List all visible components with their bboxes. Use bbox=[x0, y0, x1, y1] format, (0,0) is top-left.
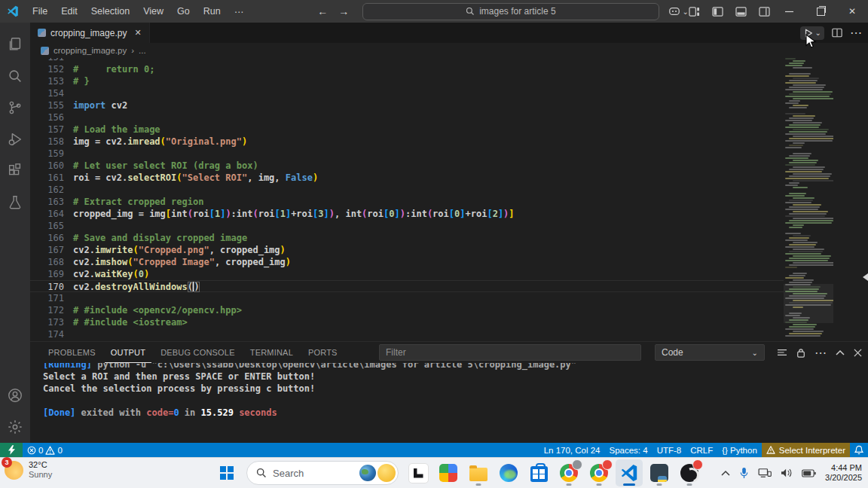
search-highlight-icon[interactable] bbox=[377, 464, 396, 482]
code-line[interactable]: 156 bbox=[30, 111, 784, 124]
line-number[interactable]: 169 bbox=[30, 268, 73, 280]
line-number[interactable]: 167 bbox=[30, 244, 73, 256]
network-display-icon[interactable] bbox=[758, 468, 772, 478]
run-python-file-button[interactable]: ⌄ bbox=[800, 26, 824, 40]
start-button[interactable] bbox=[213, 459, 240, 486]
line-number[interactable]: 160 bbox=[30, 160, 73, 172]
tab-cropping-image[interactable]: cropping_image.py ✕ bbox=[30, 23, 150, 43]
line-number[interactable]: 170 bbox=[30, 281, 73, 291]
menu-view[interactable]: View bbox=[137, 4, 170, 20]
eol-status[interactable]: CRLF bbox=[686, 443, 717, 457]
minimap-slider[interactable] bbox=[784, 284, 833, 323]
line-number[interactable]: 163 bbox=[30, 196, 73, 208]
menu-run[interactable]: Run bbox=[197, 4, 227, 20]
code-line[interactable]: 155import cv2 bbox=[30, 99, 784, 111]
taskbar-microsoft-store[interactable] bbox=[525, 459, 552, 486]
code-line[interactable]: 172# #include <opencv2/opencv.hpp> bbox=[30, 304, 784, 316]
taskbar-app-photos[interactable] bbox=[435, 459, 462, 486]
code-line[interactable]: 161roi = cv2.selectROI("Select ROI", img… bbox=[30, 172, 784, 184]
menu-go[interactable]: Go bbox=[171, 4, 196, 20]
panel-tab-problems[interactable]: PROBLEMS bbox=[42, 342, 102, 363]
line-number[interactable]: 165 bbox=[30, 220, 73, 232]
code-line[interactable]: 162 bbox=[30, 184, 784, 196]
settings-button[interactable] bbox=[0, 411, 30, 443]
language-mode-status[interactable]: {} Python bbox=[717, 443, 762, 457]
code-line[interactable]: 167cv2.imwrite("Cropped.png", cropped_im… bbox=[30, 244, 784, 256]
output-view[interactable]: [Running] python -u "c:\Users\ssabb\Desk… bbox=[30, 363, 868, 443]
indentation-status[interactable]: Spaces: 4 bbox=[605, 443, 653, 457]
breadcrumb[interactable]: cropping_image.py › ... bbox=[30, 43, 868, 58]
notifications-bell-button[interactable] bbox=[850, 443, 868, 457]
code-line[interactable]: 163# Extract cropped region bbox=[30, 196, 784, 208]
taskbar-python-terminal[interactable] bbox=[646, 459, 673, 486]
line-number[interactable]: 173 bbox=[30, 316, 73, 328]
code-line[interactable]: 158img = cv2.imread("Original.png") bbox=[30, 136, 784, 148]
activity-testing[interactable] bbox=[0, 187, 30, 218]
taskbar-chrome-1[interactable] bbox=[555, 459, 582, 486]
line-number[interactable]: 174 bbox=[30, 328, 73, 340]
taskbar-vscode[interactable] bbox=[616, 459, 643, 486]
breadcrumb-file[interactable]: cropping_image.py bbox=[53, 46, 127, 55]
panel-tab-terminal[interactable]: TERMINAL bbox=[244, 342, 299, 363]
overview-ruler[interactable] bbox=[833, 58, 868, 341]
line-number[interactable]: 151 bbox=[30, 58, 73, 63]
code-line[interactable]: 154 bbox=[30, 87, 784, 99]
taskbar-obs[interactable] bbox=[676, 459, 703, 486]
close-window-button[interactable]: ✕ bbox=[836, 0, 868, 23]
line-number[interactable]: 162 bbox=[30, 184, 73, 196]
more-actions-icon[interactable]: ⋯ bbox=[850, 26, 862, 40]
split-editor-icon[interactable] bbox=[832, 28, 842, 38]
taskbar-edge[interactable] bbox=[495, 459, 522, 486]
activity-extensions[interactable] bbox=[0, 155, 30, 187]
line-number[interactable]: 161 bbox=[30, 172, 73, 184]
restore-button[interactable] bbox=[805, 0, 836, 23]
line-number[interactable]: 156 bbox=[30, 111, 73, 124]
line-number[interactable]: 153 bbox=[30, 75, 73, 87]
line-number[interactable]: 152 bbox=[30, 63, 73, 75]
clear-output-icon[interactable] bbox=[777, 348, 787, 357]
code-line[interactable]: 152# return 0; bbox=[30, 63, 784, 75]
toggle-panel-icon[interactable] bbox=[735, 7, 747, 17]
panel-tab-ports[interactable]: PORTS bbox=[302, 342, 344, 363]
taskbar-app-l[interactable] bbox=[405, 459, 432, 486]
cursor-position-status[interactable]: Ln 170, Col 24 bbox=[539, 443, 605, 457]
tab-close-icon[interactable]: ✕ bbox=[134, 28, 141, 38]
code-line[interactable]: 170cv2.destroyAllWindows() bbox=[30, 280, 784, 292]
tray-overflow-chevron-icon[interactable] bbox=[721, 470, 730, 476]
minimize-button[interactable] bbox=[773, 0, 805, 23]
output-filter-input[interactable] bbox=[379, 344, 641, 361]
code-line[interactable]: 164cropped_img = img[int(roi[1]):int(roi… bbox=[30, 208, 784, 220]
code-line[interactable]: 165 bbox=[30, 220, 784, 232]
close-panel-icon[interactable] bbox=[854, 349, 862, 357]
copilot-button[interactable]: ⌄ bbox=[668, 6, 689, 17]
clock[interactable]: 4:44 PM 3/20/2025 bbox=[825, 463, 862, 483]
accounts-button[interactable] bbox=[0, 380, 30, 411]
taskbar-chrome-2[interactable] bbox=[585, 459, 613, 486]
code-line[interactable]: 171 bbox=[30, 292, 784, 304]
chevron-down-icon[interactable]: ⌄ bbox=[815, 29, 821, 37]
battery-icon[interactable] bbox=[802, 469, 816, 477]
line-number[interactable]: 159 bbox=[30, 148, 73, 160]
line-number[interactable]: 158 bbox=[30, 136, 73, 148]
search-highlight-globe-icon[interactable] bbox=[359, 465, 376, 481]
select-interpreter-button[interactable]: Select Interpreter bbox=[762, 443, 850, 457]
encoding-status[interactable]: UTF-8 bbox=[653, 443, 686, 457]
line-number[interactable]: 164 bbox=[30, 208, 73, 220]
activity-run-debug[interactable] bbox=[0, 124, 30, 155]
weather-widget[interactable]: 3 32°C Sunny bbox=[5, 460, 52, 480]
command-center-search[interactable]: images for article 5 bbox=[362, 3, 659, 20]
panel-tab-debug-console[interactable]: DEBUG CONSOLE bbox=[154, 342, 241, 363]
code-line[interactable]: 159 bbox=[30, 148, 784, 160]
code-line[interactable]: 157# Load the image bbox=[30, 124, 784, 136]
line-number[interactable]: 154 bbox=[30, 87, 73, 99]
history-back-icon[interactable]: ← bbox=[317, 5, 328, 17]
minimap[interactable] bbox=[784, 58, 833, 341]
customize-layout-icon[interactable] bbox=[689, 7, 700, 17]
panel-tab-output[interactable]: OUTPUT bbox=[105, 342, 151, 363]
code-line[interactable]: 151 bbox=[30, 58, 784, 63]
activity-search[interactable] bbox=[0, 60, 30, 92]
menu-[interactable]: ⋯ bbox=[228, 4, 250, 20]
code-line[interactable]: 153# } bbox=[30, 75, 784, 87]
lock-scroll-icon[interactable] bbox=[796, 348, 805, 358]
maximize-panel-icon[interactable] bbox=[836, 349, 845, 355]
